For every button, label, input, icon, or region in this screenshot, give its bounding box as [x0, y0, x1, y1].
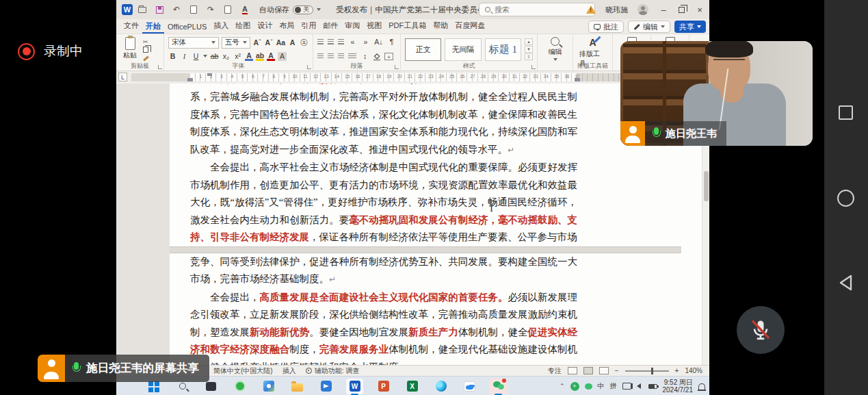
share-button[interactable]: 共享 [674, 21, 706, 33]
battery-icon[interactable] [648, 384, 657, 389]
editing-mode-button[interactable]: 编辑 [628, 21, 670, 33]
ime-pinyin-indicator[interactable]: 拼 [610, 381, 617, 391]
align-left-icon[interactable] [317, 53, 324, 60]
taskbar-file-explorer[interactable] [289, 379, 306, 394]
ribbon-tab-审阅[interactable]: 审阅 [341, 18, 363, 34]
zoom-slider[interactable] [625, 370, 669, 372]
insert-mode-status[interactable]: 插入 [282, 366, 296, 376]
justify-icon[interactable] [348, 53, 356, 60]
borders-icon[interactable]: + [384, 53, 393, 60]
restore-button[interactable] [679, 7, 685, 13]
shrink-font-icon[interactable]: Aˇ [265, 38, 274, 47]
ime-chinese-indicator[interactable]: 中 [598, 381, 605, 391]
font-size-select[interactable]: 五号 [222, 37, 250, 49]
document-paragraph[interactable]: 系，完善城乡融合发展体制机制，完善高水平对外开放体制机制，健全全过程人民民主制度… [190, 88, 577, 159]
ribbon-tab-布局[interactable]: 布局 [276, 18, 298, 34]
webcam-overlay[interactable]: 施日尧王韦 [620, 41, 813, 146]
right-indent-marker[interactable] [575, 78, 580, 81]
clear-format-icon[interactable]: A [288, 38, 297, 47]
bold-button[interactable]: B [168, 52, 177, 61]
taskbar-browser-green[interactable] [231, 379, 248, 394]
ribbon-tab-视图[interactable]: 视图 [363, 18, 385, 34]
open-icon[interactable] [137, 5, 147, 14]
language-status[interactable]: 简体中文(中国大陆) [213, 366, 273, 376]
first-line-indent-marker[interactable] [207, 73, 212, 76]
recent-apps-button[interactable] [839, 105, 853, 120]
notification-bell-icon[interactable] [698, 383, 705, 390]
taskbar-docs-app[interactable] [317, 379, 334, 394]
web-layout-icon[interactable] [599, 367, 609, 374]
paste-button[interactable]: 粘贴 [120, 36, 140, 62]
taskbar-photos[interactable] [260, 379, 277, 394]
taskbar-edge[interactable] [432, 379, 449, 394]
copy-icon[interactable] [143, 46, 149, 53]
autosave-toggle[interactable]: 自动保存 关 [259, 5, 321, 15]
comments-button[interactable]: 批注 [588, 21, 624, 33]
decrease-indent-icon[interactable]: « [348, 38, 357, 47]
cut-icon[interactable]: ✂ [143, 38, 149, 45]
muted-mic-button[interactable] [737, 306, 785, 354]
strikethrough-button[interactable]: ab [210, 52, 219, 61]
ribbon-tab-设计[interactable]: 设计 [254, 18, 276, 34]
clock[interactable]: 9:52 周日 2024/7/21 [663, 379, 694, 394]
styles-down-icon[interactable]: ▼ [525, 46, 533, 53]
taskbar-netdisk[interactable] [461, 379, 478, 394]
sort-icon[interactable]: A↓ [374, 38, 383, 47]
character-shading-icon[interactable]: A [278, 52, 287, 61]
subscript-button[interactable]: x₂ [222, 52, 231, 61]
tray-expand-icon[interactable]: ⌃ [560, 383, 565, 390]
close-button[interactable]: × [694, 5, 705, 15]
ribbon-tab-帮助[interactable]: 帮助 [430, 18, 451, 34]
paragraph-dialog-launcher[interactable] [395, 65, 399, 69]
show-marks-icon[interactable]: ¶ [387, 38, 396, 47]
align-right-icon[interactable] [338, 53, 344, 60]
styles-up-icon[interactable]: ▲ [525, 38, 533, 45]
ribbon-tab-引用[interactable]: 引用 [298, 18, 319, 34]
chevron-down-icon[interactable] [317, 8, 321, 11]
text-effects-icon[interactable]: A [245, 52, 253, 61]
numbered-list-icon[interactable] [328, 39, 334, 45]
document-paragraph[interactable]: 竞争、同等受到法律保护，促进各种所有制经济优势互补、共同发展。要构建全国统一大市… [190, 253, 577, 289]
avatar[interactable] [637, 4, 648, 15]
zoom-level[interactable]: 140% [685, 367, 702, 374]
ribbon-tab-百度网盘[interactable]: 百度网盘 [451, 18, 488, 34]
typeset-tool-button[interactable]: A 排版工具 [577, 36, 608, 62]
change-case-icon[interactable]: Aa [276, 38, 285, 47]
font-name-select[interactable]: 宋体 [168, 37, 219, 49]
align-center-icon[interactable] [328, 53, 334, 60]
undo-icon[interactable]: ↶ [172, 5, 181, 14]
grow-font-icon[interactable]: Aˆ [253, 38, 262, 47]
left-indent-marker[interactable] [187, 78, 193, 81]
tab-selector[interactable]: L [118, 73, 127, 81]
ribbon-tab-PDF工具箱[interactable]: PDF工具箱 [385, 18, 430, 34]
print-preview-icon[interactable] [189, 5, 198, 14]
warning-icon[interactable] [586, 5, 596, 14]
print-layout-icon[interactable] [583, 367, 593, 374]
search-input[interactable]: 搜索 [479, 3, 595, 16]
ribbon-tab-绘图[interactable]: 绘图 [232, 18, 254, 34]
enclose-character-icon[interactable]: Ⓐ [300, 38, 308, 47]
shading-icon[interactable]: ◇ [373, 52, 380, 61]
underline-button[interactable]: U [192, 52, 200, 61]
bullet-list-icon[interactable] [317, 39, 324, 45]
home-button[interactable] [837, 190, 854, 207]
highlight-color-icon[interactable]: ab [256, 52, 264, 61]
zoom-slider-thumb[interactable] [651, 368, 653, 374]
taskbar-powerpoint[interactable]: P [375, 379, 392, 394]
scrollbar-thumb[interactable] [704, 171, 709, 201]
ribbon-tab-开始[interactable]: 开始 [142, 19, 164, 34]
style-normal[interactable]: 正文 [405, 38, 441, 61]
clipboard-dialog-launcher[interactable] [158, 65, 162, 69]
font-color-icon[interactable]: A [267, 52, 275, 61]
wechat-tray-icon[interactable] [585, 383, 592, 390]
increase-indent-icon[interactable]: » [361, 38, 370, 47]
styles-dialog-launcher[interactable] [531, 65, 536, 69]
save-icon[interactable] [155, 5, 164, 14]
line-spacing-icon[interactable]: ↕ [360, 52, 369, 61]
style-no-spacing[interactable]: 无间隔 [445, 38, 481, 61]
ribbon-tab-邮件[interactable]: 邮件 [319, 18, 341, 34]
back-button[interactable] [838, 274, 854, 292]
zoom-in-button[interactable]: + [675, 367, 679, 374]
accessibility-status[interactable]: 辅助功能: 调查 [306, 366, 360, 376]
zoom-out-button[interactable]: − [615, 367, 619, 374]
